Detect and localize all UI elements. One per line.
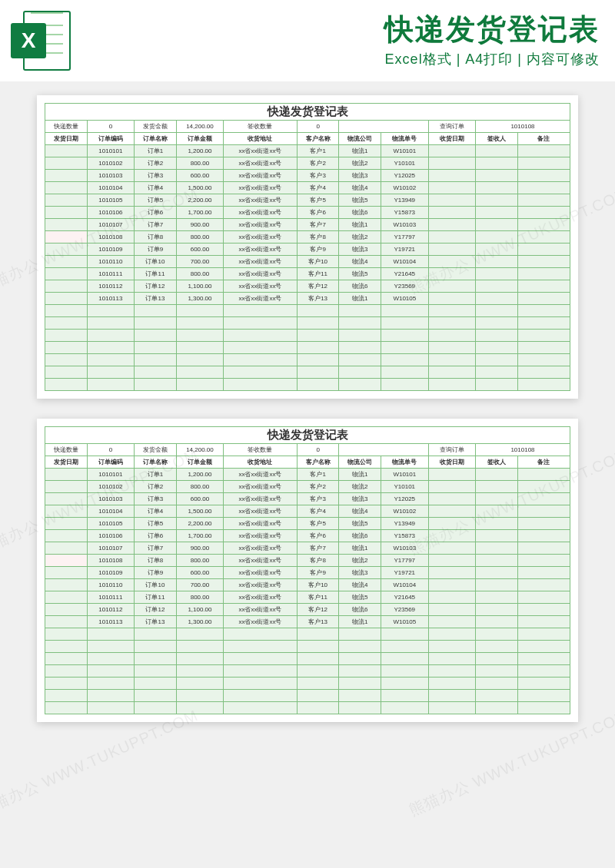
cell-blank <box>176 354 223 366</box>
summary-sign-qty-label: 签收数量 <box>224 121 298 133</box>
cell: 物流1 <box>339 219 381 231</box>
cell: xx省xx街道xx号 <box>224 182 298 194</box>
cell: 物流5 <box>339 194 381 207</box>
cell-blank <box>135 305 177 317</box>
cell: W10101 <box>381 469 428 481</box>
cell: 600.00 <box>176 244 223 256</box>
cell <box>45 182 88 194</box>
table-row: 1010104订单41,500.00xx省xx街道xx号客户4物流4W10102 <box>45 505 570 518</box>
cell: Y15873 <box>381 207 428 219</box>
cell-blank <box>45 317 88 330</box>
table-row-blank <box>45 342 570 354</box>
cell <box>517 207 570 219</box>
cell-blank <box>45 678 88 690</box>
table-row: 1010101订单11,200.00xx省xx街道xx号客户1物流1W10101 <box>45 469 570 481</box>
cell-blank <box>517 702 570 714</box>
table-row: 1010113订单131,300.00xx省xx街道xx号客户13物流1W101… <box>45 616 570 628</box>
cell-blank <box>224 342 298 354</box>
cell <box>475 481 517 493</box>
cell: Y10101 <box>381 157 428 170</box>
summary-lookup-value: 1010108 <box>475 121 570 133</box>
cell-blank <box>224 665 298 678</box>
table-row: 1010111订单11800.00xx省xx街道xx号客户11物流5Y21645 <box>45 268 570 280</box>
cell-blank <box>475 317 517 330</box>
cell <box>428 542 475 555</box>
cell <box>475 157 517 170</box>
cell <box>45 604 88 616</box>
cell: 1010105 <box>87 518 134 530</box>
cell: 订单4 <box>135 505 177 518</box>
cell: 1010108 <box>87 231 134 244</box>
column-header: 发货日期 <box>45 133 88 145</box>
cell-blank <box>45 702 88 714</box>
cell-blank <box>475 366 517 379</box>
cell: 1010112 <box>87 604 134 616</box>
cell-blank <box>517 653 570 665</box>
cell-blank <box>381 317 428 330</box>
cell: 物流4 <box>339 505 381 518</box>
cell-blank <box>87 653 134 665</box>
cell-blank <box>176 690 223 702</box>
cell: 订单7 <box>135 542 177 555</box>
cell-blank <box>87 678 134 690</box>
cell: xx省xx街道xx号 <box>224 555 298 567</box>
cell-blank <box>297 678 339 690</box>
cell: 1010103 <box>87 170 134 182</box>
cell-blank <box>176 305 223 317</box>
cell: xx省xx街道xx号 <box>224 481 298 493</box>
cell: W10102 <box>381 505 428 518</box>
cell: 订单1 <box>135 145 177 157</box>
cell: 客户11 <box>297 591 339 604</box>
cell <box>45 207 88 219</box>
cell: 订单2 <box>135 157 177 170</box>
cell <box>475 182 517 194</box>
cell: xx省xx街道xx号 <box>224 293 298 305</box>
summary-ship-qty-label: 快递数量 <box>45 444 88 456</box>
cell-blank <box>475 354 517 366</box>
cell: 1,700.00 <box>176 530 223 542</box>
summary-ship-qty-label: 快递数量 <box>45 121 88 133</box>
cell-blank <box>475 665 517 678</box>
cell-blank <box>339 317 381 330</box>
cell: 600.00 <box>176 567 223 579</box>
cell: 700.00 <box>176 579 223 591</box>
cell <box>475 530 517 542</box>
cell-blank <box>135 342 177 354</box>
cell-blank <box>297 690 339 702</box>
cell <box>475 591 517 604</box>
cell-blank <box>339 354 381 366</box>
cell: xx省xx街道xx号 <box>224 591 298 604</box>
cell: 800.00 <box>176 591 223 604</box>
cell-blank <box>135 366 177 379</box>
cell: 1010102 <box>87 481 134 493</box>
cell <box>475 518 517 530</box>
cell-blank <box>297 342 339 354</box>
cell: 客户7 <box>297 219 339 231</box>
cell-blank <box>339 379 381 391</box>
cell: 1,300.00 <box>176 616 223 628</box>
cell <box>517 256 570 268</box>
table-title: 快递发货登记表 <box>45 427 570 444</box>
cell: 物流2 <box>339 157 381 170</box>
cell: W10102 <box>381 182 428 194</box>
table-row: 1010101订单11,200.00xx省xx街道xx号客户1物流1W10101 <box>45 145 570 157</box>
cell: 1010109 <box>87 244 134 256</box>
cell: 订单5 <box>135 518 177 530</box>
cell-blank <box>339 702 381 714</box>
cell: 物流2 <box>339 481 381 493</box>
cell <box>428 616 475 628</box>
table-row-blank <box>45 330 570 342</box>
cell <box>517 505 570 518</box>
cell-blank <box>517 678 570 690</box>
table-row: 1010107订单7900.00xx省xx街道xx号客户7物流1W10103 <box>45 219 570 231</box>
cell: 800.00 <box>176 231 223 244</box>
cell-blank <box>297 305 339 317</box>
cell: Y17797 <box>381 231 428 244</box>
cell <box>475 469 517 481</box>
cell-blank <box>224 653 298 665</box>
cell: 物流1 <box>339 469 381 481</box>
cell <box>428 219 475 231</box>
cell-blank <box>87 628 134 641</box>
cell: Y23569 <box>381 280 428 293</box>
cell-blank <box>428 342 475 354</box>
